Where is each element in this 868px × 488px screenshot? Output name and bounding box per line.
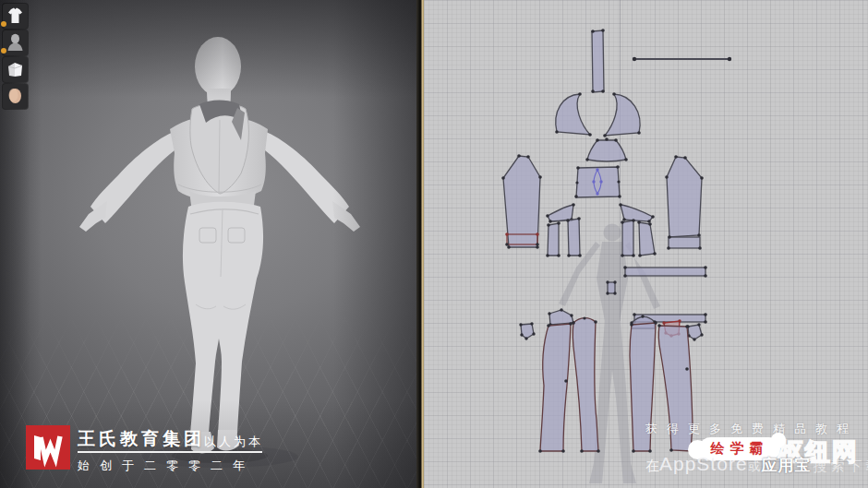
- piece-belt-loop[interactable]: [606, 280, 616, 294]
- wm-appstore: AppStore: [659, 453, 748, 475]
- wm-yingyongbao: 应用宝: [762, 455, 812, 476]
- tile-garment[interactable]: [3, 4, 28, 29]
- piece-measure-line[interactable]: [633, 57, 731, 61]
- piece-pocket-right[interactable]: [686, 323, 703, 340]
- app-window: 王氏教育集团 以人为本 始创于二零零二年: [0, 0, 868, 488]
- piece-front-shoulder-right[interactable]: [619, 203, 655, 223]
- brand-divider-line: [78, 451, 262, 453]
- tile-avatar-head[interactable]: [3, 84, 28, 109]
- piece-sleeve-right[interactable]: [665, 155, 704, 250]
- wm-prefix: 在: [645, 458, 659, 475]
- piece-neck-strip[interactable]: [591, 29, 605, 93]
- wm-or: 或: [749, 458, 761, 475]
- head-icon: [3, 84, 28, 109]
- 3d-viewport[interactable]: 王氏教育集团 以人为本 始创于二零零二年: [0, 0, 416, 488]
- piece-back-yoke-panel[interactable]: [574, 165, 621, 198]
- pattern-pieces-canvas: [424, 0, 868, 488]
- piece-hood-side-left[interactable]: [555, 92, 592, 137]
- wm-suffix: 搜索下载: [814, 458, 868, 475]
- mannequin-figure: [79, 37, 360, 468]
- w-logo-icon: [26, 425, 70, 470]
- piece-front-strip-right-1[interactable]: [621, 219, 635, 257]
- piece-hood-back[interactable]: [585, 137, 628, 161]
- bust-icon: [3, 30, 28, 55]
- piece-pants-leg-2[interactable]: [572, 316, 600, 452]
- tool-sidebar: [0, 0, 30, 488]
- piece-front-strip-left-2[interactable]: [566, 217, 582, 257]
- model-head: [195, 37, 241, 96]
- piece-sleeve-left[interactable]: [501, 154, 542, 249]
- company-slogan: 以人为本: [204, 434, 263, 450]
- status-dot: [1, 21, 6, 27]
- piece-pants-leg-1[interactable]: [538, 322, 573, 453]
- tshirt-icon: [3, 4, 28, 29]
- piece-front-strip-left-1[interactable]: [546, 221, 561, 257]
- tile-avatar-bust[interactable]: [3, 30, 28, 55]
- piece-front-strip-right-2[interactable]: [637, 220, 657, 257]
- 2d-pattern-board[interactable]: [424, 0, 868, 488]
- company-name: 王氏教育集团: [78, 427, 205, 451]
- jeans: [183, 202, 263, 434]
- mannequin-3d-model[interactable]: [0, 0, 416, 488]
- piece-pocket-left[interactable]: [519, 322, 535, 339]
- company-since: 始创于二零零二年: [78, 458, 255, 474]
- watermark-download-text: 在 AppStore 或 应用宝 搜索下载: [645, 453, 868, 476]
- panel-divider[interactable]: [416, 0, 424, 488]
- piece-waistband-upper[interactable]: [623, 266, 707, 278]
- pattern-icon: [3, 57, 28, 82]
- status-dot: [1, 48, 6, 54]
- piece-hood-side-right[interactable]: [603, 92, 641, 137]
- company-logo: [26, 425, 70, 470]
- tile-pattern-sheet[interactable]: [3, 57, 28, 82]
